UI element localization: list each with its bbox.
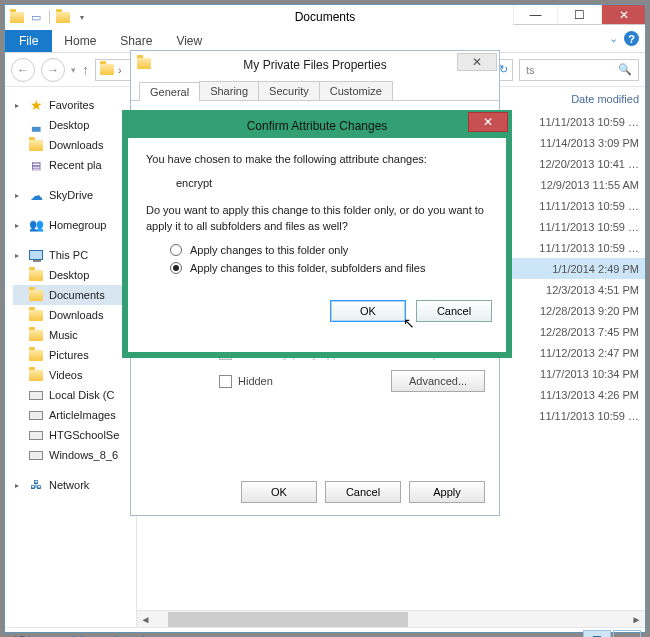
history-dropdown-icon[interactable]: ▾ [71, 65, 76, 75]
tree-downloads[interactable]: Downloads [13, 135, 132, 155]
properties-icon[interactable]: ▭ [28, 9, 44, 25]
drive-icon [28, 427, 44, 443]
tree-music[interactable]: Music [13, 325, 132, 345]
tree-desktop[interactable]: ▃Desktop [13, 115, 132, 135]
properties-close-button[interactable]: ✕ [457, 53, 497, 71]
back-button[interactable]: ← [11, 58, 35, 82]
help-icon[interactable]: ? [624, 31, 639, 46]
confirm-dialog: Confirm Attribute Changes ✕ You have cho… [122, 110, 512, 358]
folder-icon [9, 9, 25, 25]
folder-icon [28, 267, 44, 283]
tree-articleimages[interactable]: ArticleImages [13, 405, 132, 425]
properties-apply-button[interactable]: Apply [409, 481, 485, 503]
desktop-icon: ▃ [28, 117, 44, 133]
tree-windows8[interactable]: Windows_8_6 [13, 445, 132, 465]
tab-general[interactable]: General [139, 82, 200, 101]
properties-title: My Private Files Properties [243, 58, 386, 72]
tab-view[interactable]: View [164, 30, 214, 52]
star-icon: ★ [28, 97, 44, 113]
folder-icon [28, 307, 44, 323]
confirm-cancel-button[interactable]: Cancel [416, 300, 492, 322]
confirm-body: You have chosen to make the following at… [128, 138, 506, 294]
item-count: 15 items [13, 634, 55, 638]
up-button[interactable]: ↑ [82, 62, 89, 78]
folder-icon [28, 327, 44, 343]
confirm-change: encrypt [176, 177, 488, 189]
tree-videos[interactable]: Videos [13, 365, 132, 385]
tab-share[interactable]: Share [108, 30, 164, 52]
folder-icon [28, 347, 44, 363]
folder-icon [28, 137, 44, 153]
icons-view-icon: ▦ [622, 634, 632, 638]
confirm-intro: You have chosen to make the following at… [146, 152, 488, 167]
tree-skydrive[interactable]: ▸☁SkyDrive [13, 185, 132, 205]
window-controls: — ☐ ✕ [513, 5, 645, 25]
icons-view-button[interactable]: ▦ [613, 630, 641, 637]
folder-icon [100, 64, 114, 75]
ribbon-expand-icon[interactable]: ⌄ [609, 32, 618, 45]
confirm-ok-button[interactable]: OK ↖ [330, 300, 406, 322]
cursor-icon: ↖ [403, 315, 415, 331]
tree-pictures[interactable]: Pictures [13, 345, 132, 365]
hidden-checkbox[interactable] [219, 375, 232, 388]
tab-home[interactable]: Home [52, 30, 108, 52]
drive-icon [28, 387, 44, 403]
homegroup-icon: 👥 [28, 217, 44, 233]
radio-subfolders[interactable]: Apply changes to this folder, subfolders… [170, 262, 488, 274]
folder-icon [28, 367, 44, 383]
radio-folder-only-label: Apply changes to this folder only [190, 244, 348, 256]
tab-sharing[interactable]: Sharing [199, 81, 259, 100]
scroll-right-icon[interactable]: ► [628, 611, 645, 628]
tree-downloads2[interactable]: Downloads [13, 305, 132, 325]
search-input[interactable]: ts 🔍 [519, 59, 639, 81]
properties-titlebar[interactable]: My Private Files Properties ✕ [131, 51, 499, 79]
details-view-icon: ☰ [592, 634, 602, 638]
minimize-button[interactable]: — [513, 5, 557, 25]
horizontal-scrollbar[interactable]: ◄ ► [137, 610, 645, 627]
confirm-question: Do you want to apply this change to this… [146, 203, 488, 234]
tree-recent[interactable]: ▤Recent pla [13, 155, 132, 175]
tab-customize[interactable]: Customize [319, 81, 393, 100]
confirm-title: Confirm Attribute Changes [247, 119, 388, 133]
advanced-button[interactable]: Advanced... [391, 370, 485, 392]
forward-button[interactable]: → [41, 58, 65, 82]
confirm-titlebar[interactable]: Confirm Attribute Changes ✕ [128, 114, 506, 138]
separator [49, 10, 50, 24]
radio-folder-only[interactable]: Apply changes to this folder only [170, 244, 488, 256]
details-view-button[interactable]: ☰ [583, 630, 611, 637]
tree-documents[interactable]: Documents [13, 285, 132, 305]
tree-desktop2[interactable]: Desktop [13, 265, 132, 285]
recent-icon: ▤ [28, 157, 44, 173]
new-folder-icon[interactable] [55, 9, 71, 25]
folder-icon [28, 287, 44, 303]
radio-icon [170, 244, 182, 256]
refresh-icon[interactable]: ↻ [499, 63, 508, 76]
close-button[interactable]: ✕ [601, 5, 645, 25]
pc-icon [28, 247, 44, 263]
tree-favorites[interactable]: ▸★Favorites [13, 95, 132, 115]
tree-htgschool[interactable]: HTGSchoolSe [13, 425, 132, 445]
radio-subfolders-label: Apply changes to this folder, subfolders… [190, 262, 425, 274]
properties-ok-button[interactable]: OK [241, 481, 317, 503]
nav-tree[interactable]: ▸★Favorites ▃Desktop Downloads ▤Recent p… [5, 87, 137, 627]
tab-security[interactable]: Security [258, 81, 320, 100]
confirm-buttons: OK ↖ Cancel [128, 294, 506, 322]
tree-thispc[interactable]: ▸This PC [13, 245, 132, 265]
folder-icon [137, 58, 151, 69]
qat-dropdown-icon[interactable]: ▾ [74, 9, 90, 25]
addr-chevron-icon[interactable]: › [118, 64, 122, 76]
search-icon[interactable]: 🔍 [618, 63, 632, 76]
confirm-close-button[interactable]: ✕ [468, 112, 508, 132]
file-tab[interactable]: File [5, 30, 52, 52]
tree-localdisk[interactable]: Local Disk (C [13, 385, 132, 405]
hidden-label: Hidden [238, 375, 273, 387]
tree-homegroup[interactable]: ▸👥Homegroup [13, 215, 132, 235]
properties-tabs: General Sharing Security Customize [131, 79, 499, 101]
scroll-thumb[interactable] [168, 612, 408, 627]
radio-icon [170, 262, 182, 274]
properties-cancel-button[interactable]: Cancel [325, 481, 401, 503]
tree-network[interactable]: ▸🖧Network [13, 475, 132, 495]
col-date-modified[interactable]: Date modified [571, 93, 639, 105]
scroll-left-icon[interactable]: ◄ [137, 611, 154, 628]
maximize-button[interactable]: ☐ [557, 5, 601, 25]
